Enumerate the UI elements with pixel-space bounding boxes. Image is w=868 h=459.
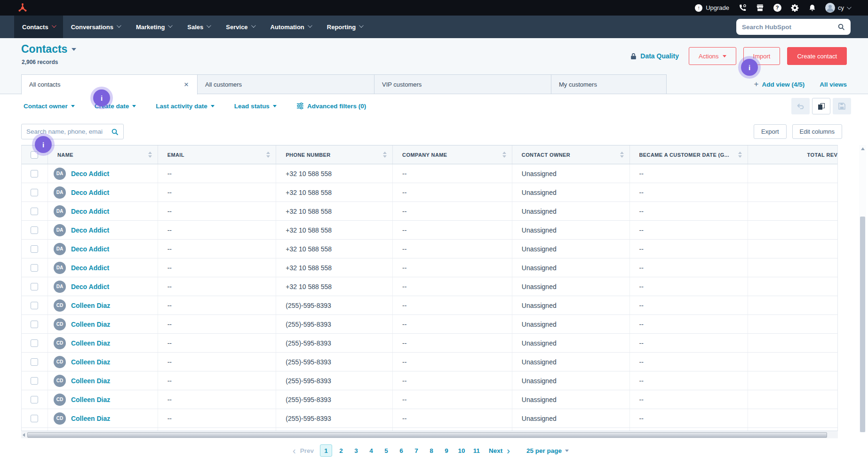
page-2[interactable]: 2 [335, 444, 347, 457]
row-checkbox[interactable] [31, 358, 38, 366]
all-views-link[interactable]: All views [820, 81, 847, 88]
scroll-left-arrow[interactable] [23, 433, 25, 437]
page-5[interactable]: 5 [380, 444, 392, 457]
column-header-company-name[interactable]: COMPANY NAME [393, 145, 512, 164]
advanced-filters-button[interactable]: Advanced filters (0) [296, 103, 366, 110]
contact-name-link[interactable]: Colleen Diaz [71, 302, 110, 309]
close-icon[interactable]: × [183, 80, 190, 89]
table-search-input[interactable] [26, 128, 111, 135]
sort-icon[interactable] [148, 152, 152, 158]
sort-icon[interactable] [383, 152, 387, 158]
nav-item-contacts[interactable]: Contacts [14, 16, 63, 38]
column-header-became-a-customer-date-g[interactable]: BECAME A CUSTOMER DATE (G... [630, 145, 749, 164]
filter-last-activity-date[interactable]: Last activity date [156, 103, 215, 110]
copy-view-button[interactable] [812, 98, 830, 114]
contact-name-link[interactable]: Deco Addict [71, 245, 109, 253]
filter-contact-owner[interactable]: Contact owner [24, 103, 75, 110]
view-tab-my-customers[interactable]: My customers [551, 74, 667, 94]
prev-button[interactable]: Prev [300, 447, 314, 454]
column-header-email[interactable]: EMAIL [158, 145, 277, 164]
column-header-contact-owner[interactable]: CONTACT OWNER [512, 145, 630, 164]
select-all-checkbox[interactable] [31, 151, 38, 159]
info-marker[interactable]: i [35, 136, 52, 153]
marketplace-icon[interactable] [756, 4, 764, 12]
upgrade-button[interactable]: ↑ Upgrade [695, 4, 729, 12]
notifications-icon[interactable] [808, 4, 816, 12]
nav-item-marketing[interactable]: Marketing [128, 16, 179, 38]
page-9[interactable]: 9 [440, 444, 453, 457]
column-header-phone-number[interactable]: PHONE NUMBER [276, 145, 393, 164]
row-checkbox[interactable] [31, 245, 38, 253]
page-7[interactable]: 7 [410, 444, 422, 457]
nav-item-reporting[interactable]: Reporting [319, 16, 370, 38]
column-header-total-reve[interactable]: TOTAL REVE [748, 145, 837, 164]
filter-lead-status[interactable]: Lead status [234, 103, 277, 110]
row-checkbox[interactable] [31, 283, 38, 290]
contact-name-link[interactable]: Deco Addict [71, 226, 109, 234]
hubspot-logo[interactable] [17, 2, 28, 14]
contact-name-link[interactable]: Colleen Diaz [71, 415, 110, 422]
sort-icon[interactable] [502, 152, 506, 158]
row-checkbox[interactable] [31, 208, 38, 215]
title-dropdown-caret[interactable] [72, 48, 76, 51]
edit-columns-button[interactable]: Edit columns [792, 124, 842, 139]
per-page-selector[interactable]: 25 per page [526, 447, 569, 454]
user-menu[interactable]: cy [825, 3, 850, 13]
add-view-link[interactable]: + Add view (4/5) [754, 80, 805, 89]
contact-name-link[interactable]: Colleen Diaz [71, 377, 110, 385]
contact-name-link[interactable]: Deco Addict [71, 170, 109, 177]
row-checkbox[interactable] [31, 226, 38, 234]
horizontal-scrollbar[interactable] [21, 432, 838, 438]
prev-chevron-icon[interactable]: ‹ [290, 445, 298, 456]
sort-icon[interactable] [738, 152, 742, 158]
global-search-input[interactable] [742, 24, 837, 31]
row-checkbox[interactable] [31, 339, 38, 347]
nav-item-conversations[interactable]: Conversations [63, 16, 128, 38]
row-checkbox[interactable] [31, 321, 38, 328]
view-tab-all-contacts[interactable]: All contacts× [21, 74, 198, 95]
page-11[interactable]: 11 [470, 444, 483, 457]
row-checkbox[interactable] [31, 302, 38, 309]
info-marker[interactable]: i [93, 89, 110, 106]
view-tab-all-customers[interactable]: All customers [197, 74, 374, 94]
data-quality-link[interactable]: Data Quality [630, 52, 679, 60]
page-4[interactable]: 4 [365, 444, 377, 457]
row-checkbox[interactable] [31, 415, 38, 422]
help-icon[interactable]: ? [773, 4, 781, 12]
undo-button[interactable] [791, 98, 810, 114]
row-checkbox[interactable] [31, 264, 38, 272]
contact-name-link[interactable]: Colleen Diaz [71, 321, 110, 328]
row-checkbox[interactable] [31, 170, 38, 177]
global-search[interactable] [736, 19, 851, 35]
row-checkbox[interactable] [31, 396, 38, 403]
save-view-button[interactable] [833, 98, 851, 114]
page-8[interactable]: 8 [425, 444, 438, 457]
contact-name-link[interactable]: Colleen Diaz [71, 396, 110, 403]
calling-icon[interactable] [738, 4, 747, 12]
page-10[interactable]: 10 [455, 444, 468, 457]
scroll-up-arrow[interactable] [861, 147, 865, 150]
contact-name-link[interactable]: Deco Addict [71, 189, 109, 196]
create-contact-button[interactable]: Create contact [787, 47, 847, 65]
page-3[interactable]: 3 [350, 444, 362, 457]
next-button[interactable]: Next [489, 447, 502, 454]
table-search[interactable] [21, 124, 124, 139]
actions-button[interactable]: Actions [689, 47, 736, 65]
next-chevron-icon[interactable]: › [504, 445, 512, 456]
row-checkbox[interactable] [31, 377, 38, 385]
contact-name-link[interactable]: Colleen Diaz [71, 358, 110, 366]
nav-item-service[interactable]: Service [218, 16, 262, 38]
info-marker[interactable]: i [741, 59, 758, 76]
contact-name-link[interactable]: Deco Addict [71, 208, 109, 215]
export-button[interactable]: Export [754, 124, 787, 139]
nav-item-sales[interactable]: Sales [179, 16, 218, 38]
horizontal-scroll-thumb[interactable] [27, 432, 827, 438]
contact-name-link[interactable]: Deco Addict [71, 283, 109, 290]
column-header-name[interactable]: NAME [48, 145, 158, 164]
contact-name-link[interactable]: Colleen Diaz [71, 339, 110, 347]
row-checkbox[interactable] [31, 189, 38, 196]
page-6[interactable]: 6 [395, 444, 407, 457]
settings-icon[interactable] [790, 4, 799, 12]
sort-icon[interactable] [266, 152, 270, 158]
vertical-scrollbar[interactable] [859, 145, 866, 432]
